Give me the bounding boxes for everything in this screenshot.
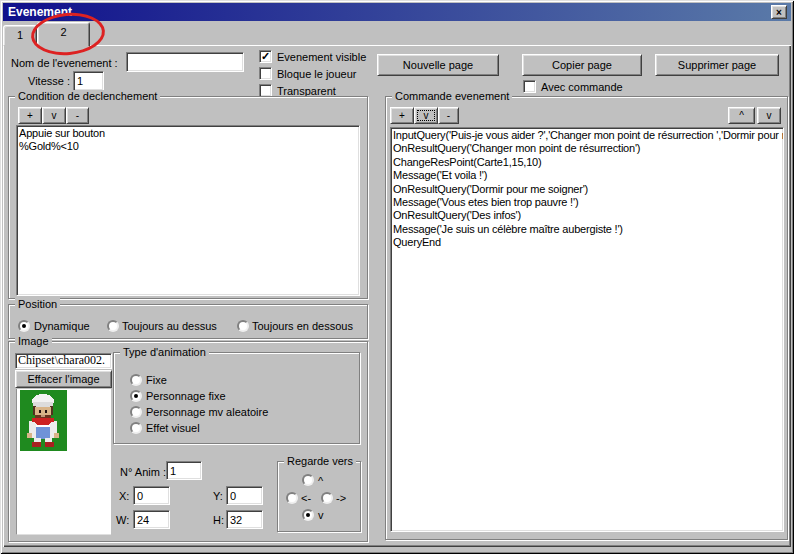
command-item[interactable]: OnResultQuery('Changer mon point de résu… (391, 142, 783, 155)
condition-add-button[interactable]: + (18, 107, 42, 124)
anim-visual-effect-label[interactable]: Effet visuel (146, 422, 200, 435)
look-up-label[interactable]: ^ (318, 475, 323, 488)
condition-down-button[interactable]: v (42, 107, 66, 124)
command-item[interactable]: InputQuery('Puis-je vous aider ?','Chang… (391, 129, 783, 142)
speed-label: Vitesse : (28, 75, 70, 88)
block-player-checkbox[interactable] (259, 67, 272, 80)
command-item[interactable]: Message('Et voila !') (391, 169, 783, 182)
anim-character-fixed-label[interactable]: Personnage fixe (146, 390, 226, 403)
command-move-up-button[interactable]: ^ (728, 107, 755, 124)
h-label: H: (213, 514, 224, 527)
look-right-label[interactable]: -> (336, 492, 346, 505)
x-input[interactable] (133, 486, 170, 505)
position-below-label[interactable]: Toujours en dessous (252, 320, 353, 333)
event-name-label: Nom de l'evenement : (11, 57, 118, 70)
event-editor-window: Evenement × 1 2 Nom de l'evenement : Vit… (0, 0, 794, 554)
w-input[interactable] (133, 510, 170, 529)
anim-character-random-radio[interactable] (130, 406, 142, 418)
anim-character-random-label[interactable]: Personnage mv aleatoire (146, 406, 268, 419)
condition-list[interactable]: Appuie sur bouton %Gold%<10 (16, 125, 360, 296)
with-command-checkbox-label[interactable]: Avec commande (541, 81, 623, 94)
titlebar: Evenement × (3, 3, 791, 21)
anim-fixed-radio[interactable] (130, 374, 142, 386)
anim-number-input[interactable] (166, 461, 202, 480)
condition-item[interactable]: Appuie sur bouton (17, 127, 359, 140)
command-item[interactable]: OnResultQuery('Dormir pour me soigner') (391, 183, 783, 196)
position-dynamic-label[interactable]: Dynamique (34, 320, 90, 333)
command-item[interactable]: QueryEnd (391, 236, 783, 249)
condition-item[interactable]: %Gold%<10 (17, 140, 359, 153)
event-name-input[interactable] (126, 52, 244, 72)
new-page-button[interactable]: Nouvelle page (377, 54, 499, 76)
speed-input[interactable] (73, 71, 104, 91)
look-direction-group-title: Regarde vers (284, 455, 356, 468)
chef-sprite-icon (20, 390, 67, 451)
position-above-radio[interactable] (107, 320, 119, 332)
image-preview-box (16, 389, 111, 535)
position-dynamic-radio[interactable] (18, 320, 30, 332)
command-item[interactable]: Message('Je suis un célèbre maître auber… (391, 223, 783, 236)
position-below-radio[interactable] (237, 320, 249, 332)
command-remove-button[interactable]: - (438, 107, 459, 124)
look-down-radio[interactable] (302, 509, 314, 521)
delete-page-button[interactable]: Supprimer page (655, 54, 779, 76)
command-item[interactable]: OnResultQuery('Des infos') (391, 209, 783, 222)
animation-type-group-title: Type d'animation (120, 346, 209, 359)
condition-remove-button[interactable]: - (66, 107, 89, 124)
position-group-title: Position (15, 298, 60, 311)
command-move-down-button[interactable]: v (757, 107, 781, 124)
look-left-label[interactable]: <- (301, 492, 311, 505)
command-group-title: Commande evenement (392, 90, 512, 103)
with-command-checkbox[interactable] (523, 80, 536, 93)
image-file-field[interactable]: Chipset\chara002. (15, 353, 112, 369)
x-label: X: (119, 490, 129, 503)
anim-fixed-label[interactable]: Fixe (146, 374, 167, 387)
look-right-radio[interactable] (321, 492, 333, 504)
condition-group-title: Condition de declenchement (15, 90, 160, 103)
command-add-button[interactable]: + (390, 107, 414, 124)
block-player-checkbox-label[interactable]: Bloque le joueur (277, 68, 357, 81)
character-sprite-image (20, 390, 67, 451)
look-left-radio[interactable] (286, 492, 298, 504)
h-input[interactable] (226, 510, 263, 529)
look-up-radio[interactable] (302, 474, 314, 486)
visible-checkbox-label[interactable]: Evenement visible (277, 51, 366, 64)
anim-number-label: N° Anim : (120, 466, 166, 479)
anim-visual-effect-radio[interactable] (130, 422, 142, 434)
position-above-label[interactable]: Toujours au dessus (122, 320, 217, 333)
close-button[interactable]: × (771, 5, 787, 19)
visible-checkbox[interactable] (259, 50, 272, 63)
anim-character-fixed-radio[interactable] (130, 390, 142, 402)
clear-image-button[interactable]: Effacer l'image (15, 370, 112, 388)
command-down-button[interactable]: v (414, 107, 438, 124)
copy-page-button[interactable]: Copier page (522, 54, 642, 76)
look-down-label[interactable]: v (318, 509, 324, 522)
command-item[interactable]: Message('Vous etes bien trop pauvre !') (391, 196, 783, 209)
image-group-title: Image (15, 335, 52, 348)
command-list[interactable]: InputQuery('Puis-je vous aider ?','Chang… (390, 127, 784, 532)
tab-1-label: 1 (17, 29, 23, 41)
command-item[interactable]: ChangeResPoint(Carte1,15,10) (391, 156, 783, 169)
y-label: Y: (213, 490, 223, 503)
w-label: W: (116, 514, 129, 527)
y-input[interactable] (226, 486, 263, 505)
